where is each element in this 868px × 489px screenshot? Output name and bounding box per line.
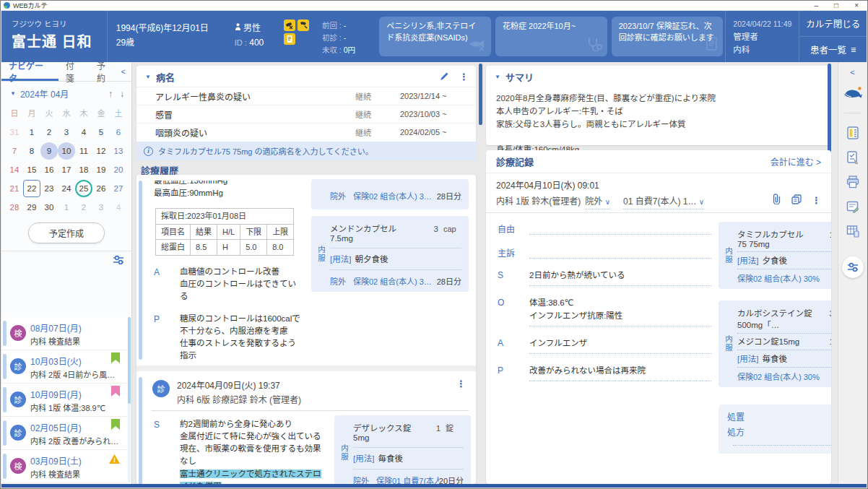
calendar-prev-icon[interactable]: ↑ xyxy=(108,89,113,99)
strip-collapse-icon[interactable]: < xyxy=(850,68,854,77)
tab-navigator[interactable]: ナビゲータ xyxy=(1,62,58,81)
attachment-paperclip-icon[interactable] xyxy=(772,194,781,207)
calendar-day[interactable]: 14 xyxy=(6,161,23,178)
soap-row-free[interactable]: 自由 xyxy=(498,222,711,235)
calendar-day[interactable]: 23 xyxy=(40,180,58,197)
calendar-day[interactable]: 25 xyxy=(75,180,92,197)
document-report-icon[interactable] xyxy=(843,148,862,167)
calendar-day[interactable]: 9 xyxy=(40,142,58,160)
soap-row-subjective[interactable]: S 2日前から熱が続いている xyxy=(498,269,711,286)
prescription-card[interactable]: 内服 カルボシステイン錠500mg「… 3錠 メジコン錠15mg 1錠 [用法]… xyxy=(719,300,831,387)
prescription-card[interactable]: 内服 デザレックス錠5mg 1錠 [用法]毎食後 院外 保険01 自費7(本人)… xyxy=(334,415,471,485)
soap-row-objective[interactable]: O 体温:38.6℃ インフルエンザ抗原:陽性 xyxy=(498,297,711,326)
calendar-day[interactable]: 19 xyxy=(92,161,110,178)
close-chart-button[interactable]: カルテ閉じる xyxy=(799,11,867,36)
calendar-day[interactable]: 12 xyxy=(92,142,110,160)
close-button[interactable]: × xyxy=(854,1,859,9)
calendar-day[interactable]: 13 xyxy=(110,142,127,160)
calendar-day[interactable]: 29 xyxy=(23,199,40,216)
soap-row-chief-complaint[interactable]: 主訴 xyxy=(498,246,711,259)
ai-assistant-whale-icon[interactable] xyxy=(843,84,862,103)
memo-edit-icon[interactable] xyxy=(843,197,862,216)
calendar-day[interactable]: 31 xyxy=(6,124,23,141)
timeline-item[interactable]: 診10月09日(月)内科 1版 体温:38.9℃ xyxy=(1,384,127,417)
calendar-day[interactable]: 20 xyxy=(110,161,127,178)
calendar-day[interactable]: 24 xyxy=(58,180,75,197)
calendar-day[interactable]: 3 xyxy=(58,124,75,141)
more-menu-icon[interactable]: ⋮ xyxy=(812,195,821,206)
calendar-day[interactable]: 17 xyxy=(58,161,75,178)
calendar-day[interactable]: 2 xyxy=(75,199,92,216)
memo-alert-card[interactable]: 2023/10/7 保険証忘れ、次回診察に確認お願いします xyxy=(612,17,724,56)
table-device-icon[interactable] xyxy=(843,222,862,241)
caret-down-icon[interactable]: ▼ xyxy=(10,90,16,97)
soap-row-assessment[interactable]: A インフルエンザ xyxy=(498,337,711,354)
calendar-day[interactable]: 4 xyxy=(75,124,92,141)
create-schedule-button[interactable]: 予定作成 xyxy=(28,222,105,243)
caret-down-icon[interactable]: ▼ xyxy=(495,74,500,80)
visit-type-select[interactable]: 院外 ∨ xyxy=(585,194,610,209)
sidebar-scrollbar[interactable] xyxy=(128,317,131,482)
go-to-accounting-link[interactable]: 会計に進む > xyxy=(771,155,821,168)
print-icon[interactable] xyxy=(843,173,862,191)
tune-filter-icon[interactable] xyxy=(113,255,124,268)
timeline-item[interactable]: 診02月05日(月)内科 2版 改善がみられない場合… xyxy=(1,417,127,450)
record-soap-area[interactable]: 自由 主訴 S 2日前から熱が続いている O 体温:38.6℃ インフルエンザ抗… xyxy=(498,222,719,454)
prescription-card[interactable]: 内服 メンドンカプセル7.5mg 3cap [用法]朝夕食後 院外 保険02 組… xyxy=(311,216,469,292)
procedure-prescription-card[interactable]: 処置 処方 xyxy=(719,404,831,454)
document-note-icon[interactable] xyxy=(284,33,295,45)
calendar-day[interactable]: 30 xyxy=(40,199,58,216)
contraindication-icon[interactable] xyxy=(298,20,309,31)
record-badge-icon: 診 xyxy=(10,391,26,407)
tab-yoyaku[interactable]: 予約 xyxy=(90,62,121,81)
calendar-day[interactable]: 16 xyxy=(40,161,58,178)
hayfever-alert-card[interactable]: 花粉症 2022年10月~ xyxy=(495,17,607,56)
allergy-alert-card[interactable]: ペニシリン系,非ステロイド系抗炎症薬(NSAIDs) xyxy=(379,17,491,56)
calendar-day[interactable]: 10 xyxy=(58,142,75,160)
maximize-button[interactable]: □ xyxy=(834,1,838,9)
calculator-icon[interactable] xyxy=(843,124,862,142)
calendar-day[interactable]: 1 xyxy=(23,124,40,141)
patient-age: 29歳 xyxy=(116,35,235,50)
center-scrollbar[interactable] xyxy=(479,64,482,125)
tab-fusen[interactable]: 付箋 xyxy=(58,62,90,81)
prescription-card[interactable]: 内服 タミフルカプセル75 75mg 1cap [用法]夕食後 保険02 組合(… xyxy=(719,222,831,289)
timeline-item[interactable]: 検03月09日(土)内科 検査結果! xyxy=(1,450,127,483)
calendar-day[interactable]: 7 xyxy=(6,142,23,160)
calendar-day[interactable]: 8 xyxy=(23,142,40,160)
calendar-day[interactable]: 26 xyxy=(92,180,110,197)
drug-allergy-icon[interactable] xyxy=(284,20,295,31)
more-menu-icon[interactable]: ⋮ xyxy=(456,378,466,389)
more-menu-icon[interactable]: ⋮ xyxy=(459,72,469,82)
copy-document-icon[interactable] xyxy=(791,194,802,207)
edit-pencil-icon[interactable] xyxy=(440,72,449,83)
timeline-list: 検08月07日(月)内科 検査結果診10月03日(火)内科 2版 4日前から風邪… xyxy=(1,317,127,484)
calendar-day[interactable]: 22 xyxy=(23,180,40,197)
disease-row[interactable]: 感冒 継続 2023/10/03 ~ xyxy=(136,105,476,123)
sidebar-collapse-icon[interactable]: < xyxy=(121,67,131,76)
calendar-day[interactable]: 4 xyxy=(110,199,127,216)
calendar-day[interactable]: 1 xyxy=(58,199,75,216)
calendar-day[interactable]: 11 xyxy=(75,142,92,160)
soap-row-plan[interactable]: P 改善がみられない場合は再来院 xyxy=(498,365,711,381)
filter-tune-icon[interactable] xyxy=(842,256,864,278)
calendar-day[interactable]: 3 xyxy=(92,199,110,216)
timeline-item[interactable]: 検08月07日(月)内科 検査結果 xyxy=(1,317,127,350)
patient-list-button[interactable]: 患者一覧 ≡ xyxy=(799,36,867,62)
calendar-day[interactable]: 6 xyxy=(110,124,127,141)
caret-down-icon[interactable]: ▼ xyxy=(145,74,151,80)
prescription-card-partial[interactable]: 院外 保険02 組合(本人) 3… 28 日分 xyxy=(311,179,469,209)
insurance-select[interactable]: 01 自費7(本人) 1… ∨ xyxy=(623,194,704,209)
calendar-day[interactable]: 5 xyxy=(92,124,110,141)
disease-row[interactable]: アレルギー性鼻炎の疑い 継続 2023/12/14 ~ xyxy=(136,87,476,105)
calendar-day[interactable]: 18 xyxy=(75,161,92,178)
calendar-day[interactable]: 2 xyxy=(40,124,58,141)
calendar-day[interactable]: 27 xyxy=(110,180,127,197)
calendar-day[interactable]: 21 xyxy=(6,180,23,197)
timeline-item[interactable]: 診10月03日(火)内科 2版 4日前から風邪の症状 xyxy=(1,350,127,384)
calendar-day[interactable]: 28 xyxy=(6,199,23,216)
minimize-button[interactable]: – xyxy=(815,1,819,9)
calendar-day[interactable]: 15 xyxy=(23,161,40,178)
calendar-next-icon[interactable]: ↓ xyxy=(120,89,124,99)
disease-row[interactable]: 咽頭炎の疑い 継続 2024/02/05 ~ xyxy=(136,123,476,141)
